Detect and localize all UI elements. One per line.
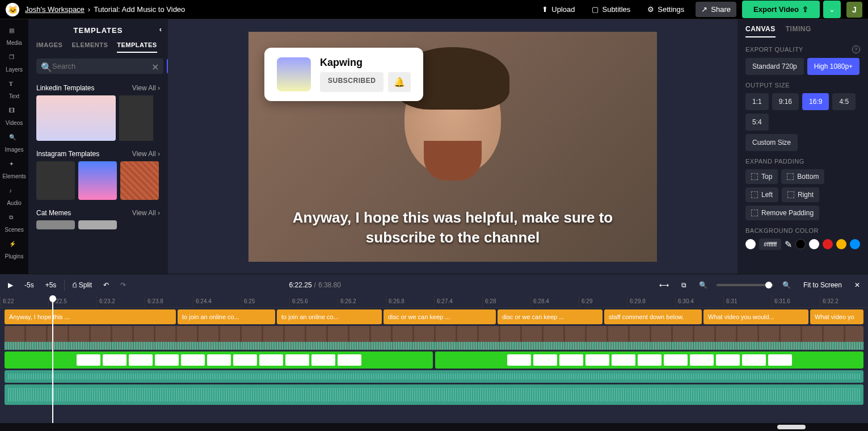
padding-top[interactable]: Top	[745, 169, 778, 184]
swatch-black[interactable]	[795, 239, 806, 249]
chevron-down-icon: ⌄	[829, 5, 835, 14]
tab-templates[interactable]: TEMPLATES	[117, 41, 157, 53]
iconbar-elements[interactable]: ✦Elements	[0, 157, 28, 183]
video-preview[interactable]: Kapwing SUBSCRIBED 🔔 Anyway, I hope this…	[248, 32, 657, 262]
snap-button[interactable]: ⟷	[656, 279, 672, 291]
template-thumb[interactable]	[78, 161, 117, 200]
zoom-in-button[interactable]: 🔍	[779, 279, 794, 291]
film-icon: 🎞	[9, 107, 19, 118]
subtitle-clip[interactable]: to join an online co...	[178, 309, 275, 324]
scrollbar-thumb[interactable]	[777, 425, 806, 429]
canvas-area[interactable]: Kapwing SUBSCRIBED 🔔 Anyway, I hope this…	[168, 19, 738, 274]
fit-button[interactable]: Fit to Screen	[800, 279, 845, 291]
zoom-slider[interactable]	[717, 284, 773, 286]
iconbar-audio[interactable]: ♪Audio	[0, 184, 28, 210]
ruler-tick: 6:28.4	[530, 295, 579, 307]
padding-icon	[787, 191, 794, 198]
iconbar-videos[interactable]: 🎞Videos	[0, 104, 28, 129]
info-icon[interactable]: ?	[852, 45, 860, 53]
template-thumb[interactable]	[36, 220, 75, 229]
overlay-clip[interactable]	[435, 352, 863, 369]
overlay-clip[interactable]	[5, 352, 433, 369]
tab-canvas[interactable]: CANVAS	[745, 25, 776, 37]
profile-avatar[interactable]: J	[846, 2, 862, 18]
swatch-yellow[interactable]	[836, 239, 846, 249]
size-9-16[interactable]: 9:16	[772, 93, 799, 110]
tab-images[interactable]: IMAGES	[36, 41, 62, 53]
iconbar-plugins[interactable]: ⚡Plugins	[0, 237, 28, 263]
current-color-swatch[interactable]	[745, 239, 756, 249]
workspace-link[interactable]: Josh's Workspace	[25, 5, 85, 14]
size-5-4[interactable]: 5:4	[745, 114, 769, 131]
redo-button[interactable]: ↷	[117, 279, 129, 291]
subtitle-clip[interactable]: staff comment down below.	[604, 309, 702, 324]
timeline-scrollbar[interactable]	[0, 423, 868, 431]
close-timeline-button[interactable]: ✕	[851, 279, 863, 291]
subtitle-clip[interactable]: What video yo	[810, 309, 863, 324]
tab-elements[interactable]: ELEMENTS	[71, 41, 108, 53]
template-thumb[interactable]	[36, 161, 75, 200]
subtitle-clip[interactable]: What video you would...	[703, 309, 808, 324]
swatch-red[interactable]	[823, 239, 833, 249]
remove-padding[interactable]: Remove Padding	[745, 206, 819, 220]
export-dropdown[interactable]: ⌄	[823, 1, 841, 18]
viewall-link[interactable]: View All ›	[132, 209, 160, 217]
iconbar-media[interactable]: ▤Media	[0, 24, 28, 49]
subtitle-clip[interactable]: Anyway, I hope this ...	[5, 309, 176, 324]
custom-size-button[interactable]: Custom Size	[745, 134, 798, 151]
size-1-1[interactable]: 1:1	[745, 93, 769, 110]
settings-button[interactable]: ⚙ Settings	[642, 2, 690, 17]
upload-button[interactable]: ⬆ Upload	[536, 2, 580, 17]
template-thumb[interactable]	[78, 220, 117, 229]
subtitle-clip[interactable]: disc or we can keep ...	[498, 309, 602, 324]
size-4-5[interactable]: 4:5	[832, 93, 856, 110]
ruler-tick: 6:30.4	[675, 295, 723, 307]
size-16-9[interactable]: 16:9	[802, 93, 829, 110]
iconbar-layers[interactable]: ❐Layers	[0, 51, 28, 76]
padding-icon	[751, 191, 758, 198]
collapse-icon[interactable]: ‹	[159, 25, 162, 34]
audio-track-1[interactable]	[5, 370, 863, 383]
padding-bottom[interactable]: Bottom	[781, 169, 824, 184]
iconbar-images[interactable]: 🔍Images	[0, 131, 28, 156]
split-button[interactable]: ⎙ Split	[69, 279, 95, 291]
subtitle-clip[interactable]: to join an online co...	[277, 309, 382, 324]
swatch-white[interactable]	[809, 239, 819, 249]
viewall-link[interactable]: View All ›	[132, 84, 160, 92]
undo-button[interactable]: ↶	[100, 279, 112, 291]
timeline[interactable]: 6:22 6:22.5 6:23.2 6:23.8 6:24.4 6:25 6:…	[0, 295, 868, 423]
tab-timing[interactable]: TIMING	[786, 25, 811, 37]
share-button[interactable]: ↗ Share	[696, 2, 736, 17]
viewall-link[interactable]: View All ›	[132, 150, 160, 158]
color-hex-value[interactable]: #ffffff	[759, 238, 781, 250]
back-5s[interactable]: -5s	[21, 279, 37, 291]
iconbar-scenes[interactable]: ⧉Scenes	[0, 211, 28, 236]
padding-right[interactable]: Right	[782, 187, 819, 202]
search-input[interactable]	[36, 58, 163, 74]
subtitles-button[interactable]: ▢ Subtitles	[586, 2, 636, 17]
export-button[interactable]: Export Video ⇪	[742, 1, 820, 18]
ruler-tick: 6:29	[579, 295, 627, 307]
eyedropper-icon[interactable]: ✎	[785, 239, 792, 250]
template-thumb[interactable]	[36, 95, 116, 141]
video-track[interactable]	[5, 326, 863, 350]
playhead[interactable]	[52, 295, 53, 423]
quality-720p[interactable]: Standard 720p	[745, 58, 804, 75]
fwd-5s[interactable]: +5s	[42, 279, 60, 291]
zoom-out-button[interactable]: 🔍	[696, 279, 711, 291]
play-button[interactable]: ▶	[5, 279, 16, 291]
template-thumb[interactable]	[120, 161, 159, 200]
iconbar-text[interactable]: TText	[0, 77, 28, 103]
clear-icon[interactable]: ✕	[151, 62, 159, 73]
swatch-blue[interactable]	[850, 239, 860, 249]
padding-left[interactable]: Left	[745, 187, 778, 202]
template-thumb[interactable]	[119, 95, 153, 141]
overlay-track[interactable]	[5, 352, 863, 369]
magnet-button[interactable]: ⧉	[678, 279, 690, 291]
audio-track-2[interactable]	[5, 384, 863, 405]
subtitle-track[interactable]: Anyway, I hope this ... to join an onlin…	[5, 309, 863, 324]
subtitle-clip[interactable]: disc or we can keep ...	[384, 309, 496, 324]
share-icon: ↗	[701, 5, 707, 14]
workspace-avatar[interactable]: 🐱	[6, 3, 19, 16]
quality-1080p[interactable]: High 1080p+	[807, 58, 859, 75]
